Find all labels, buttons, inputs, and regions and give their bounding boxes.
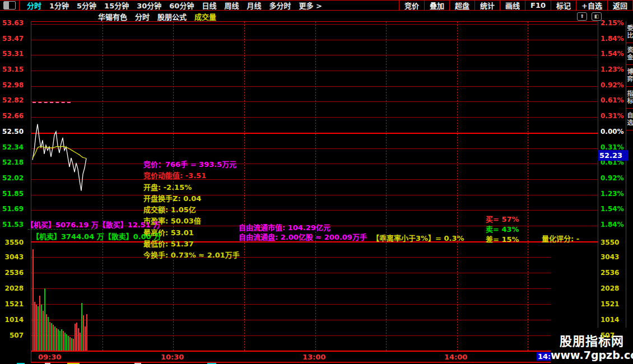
strip-item-4[interactable]: 自选 bbox=[626, 109, 633, 130]
volume-bar-0 bbox=[32, 249, 34, 351]
intraday-chart[interactable]: 竞价：766手 = 393.5万元竞价动能值: -3.51开盘: -2.15%开… bbox=[31, 21, 598, 363]
current-price-badge: 52.23 bbox=[598, 150, 629, 161]
volume-bar-18 bbox=[63, 331, 64, 351]
volume-bar-15 bbox=[58, 329, 59, 351]
volume-bar-19 bbox=[64, 333, 66, 351]
vol-tick-right-3: 2028 bbox=[601, 284, 619, 292]
time-label-1: 10:30 bbox=[161, 353, 184, 361]
time-label-2: 13:00 bbox=[302, 353, 325, 361]
chart-title-bar: 华锡有色 分时 股朋公式 成交量 ⬆ ◧ bbox=[0, 11, 633, 21]
toolbar-button-3[interactable]: 统计 bbox=[474, 0, 500, 11]
volume-bar-16 bbox=[59, 331, 60, 351]
circle-up-arrow-icon[interactable]: ⬆ bbox=[577, 12, 587, 21]
pct-tick-right-12: 1.54% bbox=[601, 205, 624, 213]
stat-row-1: 竞价动能值: -3.51 bbox=[143, 170, 240, 181]
vol-tick-left-6: 507 bbox=[0, 332, 24, 339]
volume-bar-21 bbox=[68, 336, 69, 351]
price-tick-left-9: 52.18 bbox=[0, 158, 24, 166]
period-tab-1[interactable]: 1分钟 bbox=[45, 0, 73, 11]
volume-bar-5 bbox=[41, 305, 42, 351]
period-tab-5[interactable]: 60分钟 bbox=[165, 0, 198, 11]
price-tick-left-8: 52.34 bbox=[0, 143, 24, 151]
price-tick-left-5: 52.82 bbox=[0, 96, 24, 104]
stat-row-2: 开盘: -2.15% bbox=[143, 182, 240, 193]
vol-tick-left-1: 3043 bbox=[0, 253, 24, 261]
period-tab-3[interactable]: 15分钟 bbox=[100, 0, 133, 11]
volume-bar-8 bbox=[46, 314, 47, 351]
price-tick-left-1: 53.47 bbox=[0, 35, 24, 43]
volume-bar-9 bbox=[48, 317, 49, 351]
toolbar-divider bbox=[19, 0, 20, 11]
period-tab-7[interactable]: 周线 bbox=[220, 0, 243, 11]
pct-tick-right-1: 1.84% bbox=[601, 35, 624, 43]
top-toolbar: 分时1分钟5分钟15分钟30分钟60分钟日线周线月线多分时更多 > 竞价叠加超盘… bbox=[0, 0, 633, 11]
toolbar-button-4[interactable]: 画线 bbox=[500, 0, 525, 11]
volume-bar-4 bbox=[39, 296, 40, 351]
right-side-vertical-menu: 委比资金博弈指标自选 bbox=[626, 21, 633, 363]
pct-tick-right-6: 0.31% bbox=[601, 112, 624, 120]
period-tab-4[interactable]: 30分钟 bbox=[133, 0, 165, 11]
period-tab-group: 分时1分钟5分钟15分钟30分钟60分钟日线周线月线多分时更多 > bbox=[23, 0, 326, 11]
watermark-url: www.7gpzb.com bbox=[551, 349, 633, 361]
volume-bar-11 bbox=[51, 323, 52, 351]
volume-bar-32 bbox=[86, 314, 87, 351]
volume-bar-10 bbox=[49, 322, 50, 351]
time-label-0: 09:30 bbox=[38, 353, 61, 361]
stock-app-window: 分时1分钟5分钟15分钟30分钟60分钟日线周线月线多分时更多 > 竞价叠加超盘… bbox=[0, 0, 633, 364]
period-tab-6[interactable]: 日线 bbox=[198, 0, 220, 11]
volume-bar-27 bbox=[78, 328, 79, 351]
volume-bar-31 bbox=[85, 326, 86, 351]
stock-name[interactable]: 华锡有色 bbox=[98, 11, 127, 22]
volume-gridline-5 bbox=[31, 320, 551, 320]
toolbar-button-7[interactable]: +自选 bbox=[576, 0, 607, 11]
strip-item-3[interactable]: 指标 bbox=[626, 87, 633, 109]
price-tick-left-10: 52.02 bbox=[0, 174, 24, 182]
indicator-label[interactable]: 成交量 bbox=[194, 11, 216, 22]
period-tab-0[interactable]: 分时 bbox=[23, 0, 45, 11]
vol-tick-left-3: 2028 bbox=[0, 284, 24, 292]
volume-bar-14 bbox=[56, 328, 57, 351]
toolbar-button-5[interactable]: F10 bbox=[525, 0, 551, 11]
mode-label[interactable]: 分时 bbox=[135, 11, 150, 22]
toolbar-button-2[interactable]: 超盘 bbox=[449, 0, 474, 11]
period-tab-8[interactable]: 月线 bbox=[243, 0, 265, 11]
vol-tick-right-5: 1014 bbox=[601, 316, 619, 324]
toolbar-button-6[interactable]: 标记 bbox=[551, 0, 576, 11]
volume-bar-29 bbox=[81, 303, 82, 351]
institution-buy-line: 【机买】5076.19 万【散买】12.51 万 bbox=[26, 219, 160, 230]
quant-score: 量化评分: - bbox=[542, 233, 579, 244]
toolbar-button-1[interactable]: 叠加 bbox=[424, 0, 449, 11]
pct-tick-right-3: 1.23% bbox=[601, 66, 624, 73]
volume-bar-6 bbox=[43, 311, 44, 351]
formula-label[interactable]: 股朋公式 bbox=[157, 11, 187, 22]
sell-percent: 卖= 43% bbox=[486, 223, 519, 234]
volume-gridline-3 bbox=[31, 288, 551, 289]
price-tick-left-12: 51.69 bbox=[0, 205, 24, 213]
pct-tick-right-2: 1.54% bbox=[601, 50, 624, 58]
pct-tick-right-11: 1.23% bbox=[601, 190, 624, 198]
volume-gridline-4 bbox=[31, 304, 551, 305]
period-tab-10[interactable]: 更多 > bbox=[295, 0, 325, 11]
volume-gridline-6 bbox=[31, 335, 551, 336]
strip-item-0[interactable]: 委比 bbox=[626, 21, 633, 43]
pct-tick-right-5: 0.61% bbox=[601, 96, 624, 104]
period-tab-2[interactable]: 5分钟 bbox=[73, 0, 100, 11]
split-pane-icon[interactable] bbox=[3, 1, 16, 10]
strip-item-2[interactable]: 博弈 bbox=[626, 65, 633, 87]
volume-bar-26 bbox=[76, 323, 77, 351]
volume-bar-28 bbox=[80, 333, 81, 351]
toolbar-button-0[interactable]: 竞价 bbox=[399, 0, 424, 11]
period-tab-9[interactable]: 多分时 bbox=[265, 0, 295, 11]
watermark: 股朋指标网 www.7gpzb.com bbox=[551, 328, 633, 364]
buy-percent: 买= 57% bbox=[486, 213, 519, 224]
volume-bar-13 bbox=[54, 326, 55, 351]
volume-bar-12 bbox=[53, 325, 54, 351]
volume-gridline-1 bbox=[31, 257, 551, 258]
toolbar-button-8[interactable]: 返回 bbox=[607, 0, 633, 11]
volume-bar-30 bbox=[83, 315, 84, 351]
float-shares: 自由流通盘: 2.00亿股 ≈ 200.09万手 bbox=[239, 231, 367, 242]
vol-tick-right-6: 507 bbox=[601, 332, 615, 339]
vol-tick-left-5: 1014 bbox=[0, 316, 24, 324]
volume-bar-17 bbox=[61, 329, 62, 351]
strip-item-1[interactable]: 资金 bbox=[626, 43, 633, 65]
